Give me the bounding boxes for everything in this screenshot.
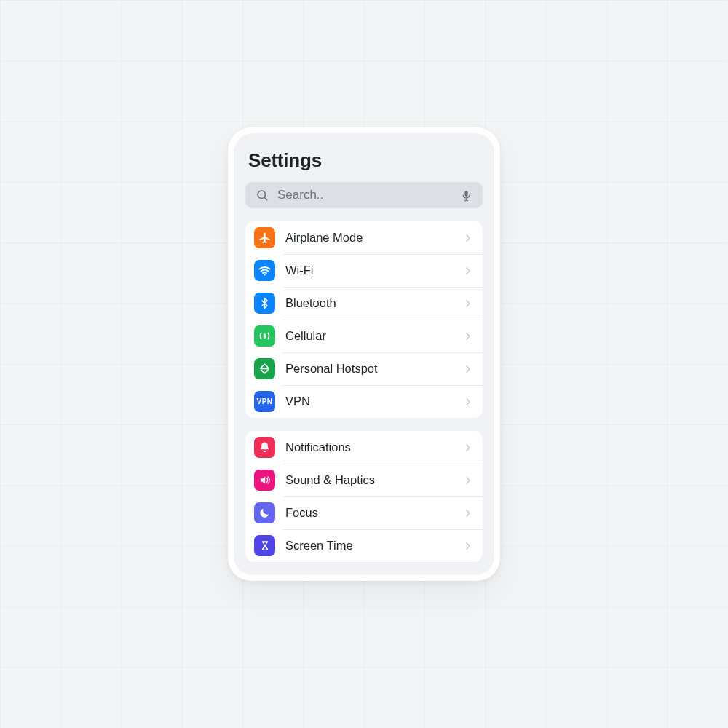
row-notifications[interactable]: Notifications (245, 431, 483, 464)
row-screen-time[interactable]: Screen Time (245, 529, 483, 562)
row-focus[interactable]: Focus (245, 496, 483, 529)
search-bar[interactable] (245, 182, 483, 208)
chevron-right-icon (462, 265, 474, 277)
device-frame: Settings Airplane Mode (228, 127, 500, 581)
row-cellular[interactable]: Cellular (245, 320, 483, 352)
row-label: Notifications (285, 440, 452, 454)
row-label: Airplane Mode (285, 231, 452, 245)
personal-hotspot-icon (254, 358, 275, 379)
wifi-icon (254, 260, 275, 281)
svg-rect-5 (264, 333, 266, 338)
row-label: VPN (285, 395, 452, 408)
row-sound-haptics[interactable]: Sound & Haptics (245, 464, 483, 496)
settings-group-connectivity: Airplane Mode Wi-Fi Bluetooth (245, 221, 483, 418)
chevron-right-icon (462, 331, 474, 342)
bluetooth-icon (254, 293, 275, 314)
chevron-right-icon (462, 298, 474, 309)
row-bluetooth[interactable]: Bluetooth (245, 287, 483, 320)
chevron-right-icon (462, 232, 474, 244)
svg-point-4 (264, 274, 265, 275)
settings-screen: Settings Airplane Mode (234, 133, 494, 575)
settings-group-system: Notifications Sound & Haptics Focus (245, 431, 483, 562)
row-airplane-mode[interactable]: Airplane Mode (245, 221, 483, 254)
row-label: Sound & Haptics (285, 473, 452, 487)
search-icon (256, 189, 269, 202)
svg-rect-2 (466, 198, 467, 199)
row-label: Screen Time (285, 539, 452, 553)
row-label: Focus (285, 506, 452, 520)
bell-icon (254, 437, 275, 458)
svg-line-1 (264, 197, 266, 199)
vpn-icon: VPN (254, 391, 275, 412)
row-label: Bluetooth (285, 296, 452, 310)
row-label: Cellular (285, 329, 452, 343)
search-input[interactable] (277, 188, 451, 202)
row-personal-hotspot[interactable]: Personal Hotspot (245, 352, 483, 385)
page-title: Settings (245, 149, 483, 172)
chevron-right-icon (462, 507, 474, 519)
chevron-right-icon (462, 540, 474, 552)
row-vpn[interactable]: VPN VPN (245, 385, 483, 418)
chevron-right-icon (462, 363, 474, 375)
row-label: Personal Hotspot (285, 362, 452, 376)
speaker-icon (254, 470, 275, 491)
moon-icon (254, 502, 275, 523)
chevron-right-icon (462, 396, 474, 408)
chevron-right-icon (462, 475, 474, 486)
microphone-icon[interactable] (460, 189, 472, 202)
svg-rect-3 (464, 199, 469, 200)
airplane-icon (254, 227, 275, 248)
row-wifi[interactable]: Wi-Fi (245, 254, 483, 287)
row-label: Wi-Fi (285, 264, 452, 277)
cellular-icon (254, 325, 275, 347)
hourglass-icon (254, 535, 275, 556)
chevron-right-icon (462, 442, 474, 454)
